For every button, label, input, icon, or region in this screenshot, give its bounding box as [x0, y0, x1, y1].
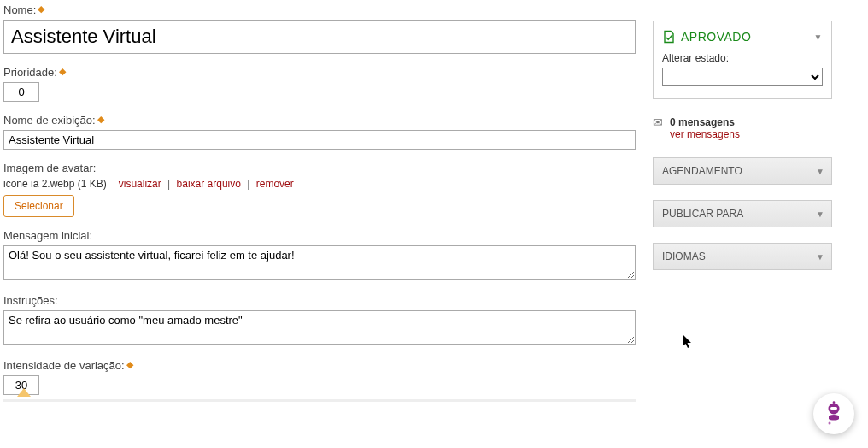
required-marker: ◆	[59, 66, 66, 76]
panel-idiomas[interactable]: IDIOMAS ▼	[653, 243, 832, 270]
input-nome-exibicao[interactable]	[3, 130, 636, 150]
intensidade-slider[interactable]	[3, 397, 636, 402]
label-prioridade: Prioridade:	[3, 66, 57, 79]
avatar-remover-link[interactable]: remover	[256, 178, 294, 190]
ver-mensagens-link[interactable]: ver mensagens	[670, 128, 740, 140]
chevron-down-icon: ▼	[816, 167, 824, 176]
label-avatar: Imagem de avatar:	[3, 162, 96, 174]
textarea-mensagem-inicial[interactable]	[3, 245, 636, 280]
field-intensidade: Intensidade de variação:◆	[3, 359, 636, 402]
field-prioridade: Prioridade:◆	[3, 66, 636, 102]
svg-rect-1	[830, 407, 837, 410]
required-marker: ◆	[38, 3, 44, 14]
label-instrucoes: Instruções:	[3, 294, 58, 307]
label-nome-exibicao: Nome de exibição:	[3, 114, 96, 127]
messages-count: 0 mensagens	[670, 116, 735, 128]
chevron-down-icon: ▼	[814, 32, 823, 42]
sidebar: APROVADO ▼ Alterar estado: ✉ 0 mensagens…	[653, 3, 832, 405]
messages-row: ✉ 0 mensagens ver mensagens	[653, 116, 832, 140]
input-nome[interactable]	[3, 20, 636, 54]
avatar-visualizar-link[interactable]: visualizar	[119, 178, 161, 190]
panel-idiomas-label: IDIOMAS	[662, 251, 706, 262]
label-intensidade: Intensidade de variação:	[3, 359, 125, 372]
label-alterar-estado: Alterar estado:	[662, 52, 823, 64]
chat-assistant-fab[interactable]	[813, 393, 854, 434]
chevron-down-icon: ▼	[816, 252, 824, 262]
status-text: APROVADO	[681, 30, 751, 44]
approved-document-icon	[662, 30, 676, 44]
label-mensagem-inicial: Mensagem inicial:	[3, 229, 92, 242]
status-header[interactable]: APROVADO ▼	[662, 30, 823, 44]
svg-point-4	[829, 422, 831, 425]
robot-icon	[821, 401, 847, 427]
avatar-filename: icone ia 2.webp (1 KB)	[3, 178, 107, 190]
svg-rect-3	[834, 403, 835, 404]
field-mensagem-inicial: Mensagem inicial:	[3, 229, 636, 282]
avatar-selecionar-button[interactable]: Selecionar	[3, 195, 74, 217]
field-nome-exibicao: Nome de exibição:◆	[3, 114, 636, 150]
textarea-instrucoes[interactable]	[3, 310, 636, 345]
label-nome: Nome:	[3, 3, 36, 16]
panel-publicar-para[interactable]: PUBLICAR PARA ▼	[653, 200, 832, 227]
panel-agendamento-label: AGENDAMENTO	[662, 165, 742, 177]
status-box: APROVADO ▼ Alterar estado:	[653, 21, 832, 99]
avatar-baixar-link[interactable]: baixar arquivo	[177, 178, 241, 190]
panel-agendamento[interactable]: AGENDAMENTO ▼	[653, 157, 832, 185]
required-marker: ◆	[126, 359, 133, 369]
required-marker: ◆	[97, 114, 104, 124]
input-prioridade[interactable]	[3, 82, 39, 102]
field-instrucoes: Instruções:	[3, 294, 636, 347]
avatar-file-row: icone ia 2.webp (1 KB) visualizar | baix…	[3, 178, 636, 190]
main-form: Nome:◆ Prioridade:◆ Nome de exibição:◆ I…	[3, 3, 653, 405]
select-alterar-estado[interactable]	[662, 68, 823, 86]
field-nome: Nome:◆	[3, 3, 636, 54]
panel-publicar-label: PUBLICAR PARA	[662, 208, 743, 220]
envelope-icon: ✉	[653, 116, 663, 128]
field-avatar: Imagem de avatar: icone ia 2.webp (1 KB)…	[3, 162, 636, 217]
chevron-down-icon: ▼	[816, 209, 824, 219]
